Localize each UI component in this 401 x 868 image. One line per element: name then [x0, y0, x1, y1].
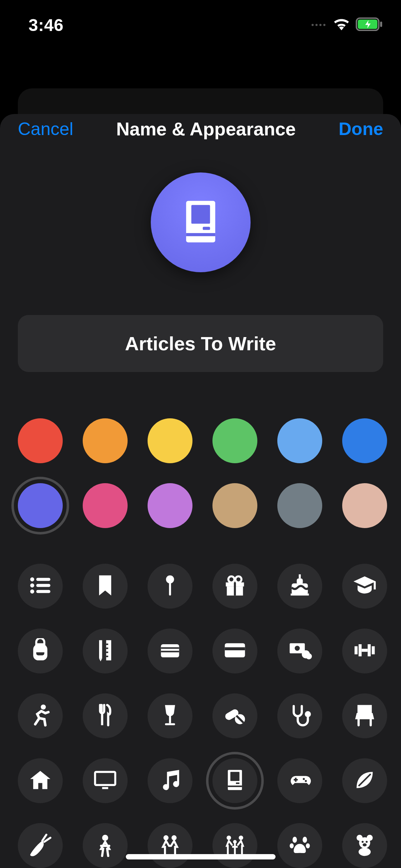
color-swatch-pink[interactable] [83, 483, 128, 528]
svg-rect-28 [106, 640, 111, 661]
list-icon [28, 573, 52, 599]
icon-option-chair-icon[interactable] [342, 693, 387, 738]
color-swatch-yellow[interactable] [148, 418, 192, 463]
carrot-icon [28, 833, 52, 858]
computer-icon [223, 768, 247, 794]
svg-rect-42 [372, 646, 375, 655]
computer-icon [176, 197, 226, 248]
svg-point-37 [306, 653, 312, 660]
preview-circle [151, 172, 251, 272]
svg-point-35 [295, 646, 300, 651]
icon-option-teddy-bear-icon[interactable] [342, 823, 387, 868]
svg-point-48 [305, 711, 311, 717]
icon-option-fork-knife-icon[interactable] [83, 693, 128, 738]
backpack-icon [28, 638, 52, 664]
svg-point-73 [366, 841, 368, 843]
icon-option-list-icon[interactable] [18, 564, 63, 609]
icon-option-backpack-icon[interactable] [18, 629, 63, 673]
icon-option-dumbbell-icon[interactable] [342, 629, 387, 673]
icon-preview [0, 144, 401, 315]
icon-option-stethoscope-icon[interactable] [277, 693, 322, 738]
icon-option-running-icon[interactable] [18, 693, 63, 738]
color-picker [0, 372, 401, 528]
svg-rect-23 [297, 578, 303, 584]
sheet-title: Name & Appearance [116, 118, 296, 140]
color-swatch-rose[interactable] [342, 483, 387, 528]
list-name-input[interactable] [18, 332, 383, 355]
icon-option-pin-icon[interactable] [148, 564, 192, 609]
svg-rect-39 [359, 644, 362, 656]
icon-option-people-icon[interactable] [148, 823, 192, 868]
pin-icon [158, 573, 182, 599]
status-indicators [312, 17, 383, 32]
color-swatch-indigo[interactable] [18, 483, 63, 528]
svg-rect-4 [191, 205, 210, 224]
svg-rect-49 [95, 772, 115, 785]
svg-rect-51 [228, 770, 242, 790]
svg-rect-22 [291, 594, 309, 596]
done-button[interactable]: Done [339, 119, 383, 139]
color-swatch-light-blue[interactable] [277, 418, 322, 463]
svg-rect-26 [36, 650, 45, 652]
home-indicator [126, 854, 276, 859]
icon-picker [0, 528, 401, 868]
icon-option-monitor-icon[interactable] [83, 758, 128, 803]
svg-rect-38 [355, 646, 358, 655]
svg-point-65 [293, 837, 297, 843]
svg-point-43 [41, 704, 46, 709]
icon-option-computer-icon[interactable] [212, 758, 257, 803]
svg-point-66 [303, 837, 307, 843]
battery-charging-icon [355, 17, 383, 32]
color-swatch-tan[interactable] [212, 483, 257, 528]
birthday-cake-icon [288, 573, 312, 599]
leaf-icon [353, 768, 377, 794]
color-swatch-orange[interactable] [83, 418, 128, 463]
svg-rect-27 [99, 640, 102, 658]
paw-icon [288, 833, 312, 858]
color-swatch-purple[interactable] [148, 483, 192, 528]
svg-rect-40 [362, 649, 368, 652]
wifi-icon [333, 18, 350, 32]
svg-point-19 [235, 577, 241, 583]
icon-option-pills-icon[interactable] [212, 693, 257, 738]
color-swatch-gray[interactable] [277, 483, 322, 528]
money-icon [288, 638, 312, 664]
icon-option-paw-icon[interactable] [277, 823, 322, 868]
svg-rect-12 [36, 590, 51, 593]
color-swatch-blue[interactable] [342, 418, 387, 463]
cancel-button[interactable]: Cancel [18, 119, 73, 139]
icon-option-person-icon[interactable] [83, 823, 128, 868]
icon-option-wallet-icon[interactable] [148, 629, 192, 673]
icon-option-family-icon[interactable] [212, 823, 257, 868]
svg-rect-5 [202, 227, 210, 230]
status-bar: 3:46 [0, 0, 401, 50]
svg-point-67 [290, 843, 294, 848]
list-name-field[interactable] [18, 315, 383, 372]
running-icon [28, 703, 52, 729]
person-icon [93, 833, 117, 858]
status-time: 3:46 [29, 15, 63, 35]
icon-option-game-controller-icon[interactable] [277, 758, 322, 803]
color-swatch-red[interactable] [18, 418, 63, 463]
icon-option-pencil-ruler-icon[interactable] [83, 629, 128, 673]
icon-option-leaf-icon[interactable] [342, 758, 387, 803]
icon-option-carrot-icon[interactable] [18, 823, 63, 868]
signal-dots-icon [312, 24, 325, 26]
icon-option-wine-glass-icon[interactable] [148, 693, 192, 738]
icon-option-bookmark-icon[interactable] [83, 564, 128, 609]
icon-option-graduation-cap-icon[interactable] [342, 564, 387, 609]
icon-option-birthday-cake-icon[interactable] [277, 564, 322, 609]
svg-point-68 [306, 843, 310, 848]
icon-option-money-icon[interactable] [277, 629, 322, 673]
svg-point-13 [166, 575, 174, 584]
svg-point-62 [227, 836, 231, 840]
color-swatch-green[interactable] [212, 418, 257, 463]
graduation-cap-icon [353, 573, 377, 599]
icon-option-music-note-icon[interactable] [148, 758, 192, 803]
icon-option-home-icon[interactable] [18, 758, 63, 803]
svg-rect-52 [230, 772, 240, 781]
stethoscope-icon [288, 703, 312, 729]
icon-option-credit-card-icon[interactable] [212, 629, 257, 673]
svg-rect-30 [161, 647, 179, 649]
icon-option-gift-icon[interactable] [212, 564, 257, 609]
